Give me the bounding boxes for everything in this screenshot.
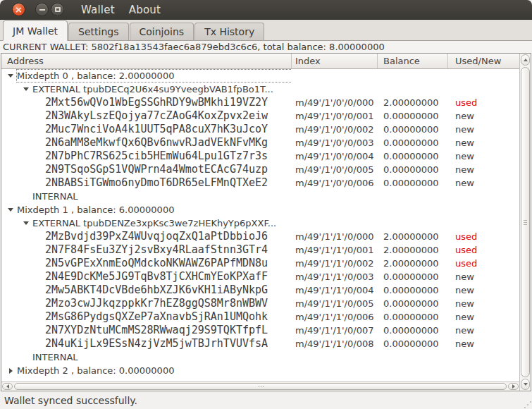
- table-row[interactable]: 2N7bPhC7RS625cib5HEmWu64Lpu1GTz7r3s m/49…: [1, 149, 519, 163]
- index-cell: [292, 69, 378, 83]
- table-row[interactable]: 2Mw5ABKT4DcVBde6hbXZJK6vKH1iAByNkpG m/49…: [1, 283, 519, 297]
- column-header-balance[interactable]: Balance: [378, 54, 448, 68]
- table-row[interactable]: 2Mxt56wQVo1WbEgSSGhRDY9wBMkhi19VZ2Y m/49…: [1, 96, 519, 109]
- address-label: 2Mxt56wQVo1WbEgSSGhRDY9wBMkhi19VZ2Y: [45, 97, 292, 109]
- status-cell: new: [448, 136, 519, 149]
- expander-icon[interactable]: [7, 367, 14, 374]
- wallet-tree: Address Index Balance Used/New Mixdepth …: [1, 53, 531, 391]
- close-button[interactable]: ×: [12, 3, 25, 16]
- index-cell: [292, 364, 378, 377]
- scroll-down-button[interactable]: [521, 379, 530, 390]
- address-cell: 2NBABSiTGWmo6nyDmoT6DR65eLFMnQTXeE2: [1, 176, 292, 190]
- address-cell: 2MsG86PydgsQXZeP7aXnavbSjRAn1UMQohk: [1, 310, 292, 324]
- index-cell: m/49'/1'/1'/0/003: [292, 270, 378, 283]
- address-cell: 2MzBvdjd39PxZ4WUvqjoqZxQ1aPtDbbioJ6: [1, 230, 292, 243]
- address-label: Mixdepth 0 , balance: 2.00000000: [17, 70, 292, 82]
- expander-icon: [35, 99, 42, 106]
- address-cell: 2N4E9DcKMe5JG9TqBv8TjCXHCmYEoKPXafF: [1, 270, 292, 283]
- table-row[interactable]: EXTERNAL tpubDENZe3xpKsc3we7zHEKhyYp6pXX…: [1, 216, 519, 230]
- tab-settings[interactable]: Settings: [68, 23, 128, 40]
- tab-jm-wallet[interactable]: JM Wallet: [3, 20, 68, 41]
- table-row[interactable]: Mixdepth 0 , balance: 2.00000000: [1, 69, 519, 83]
- table-row[interactable]: 2N4E9DcKMe5JG9TqBv8TjCXHCmYEoKPXafF m/49…: [1, 270, 519, 283]
- address-label: Mixdepth 1 , balance: 6.00000000: [17, 204, 292, 216]
- balance-cell: [378, 83, 448, 96]
- address-label: 2N9TSqoSGpS1VQWPrn4a4WmotECAcG74uzp: [45, 164, 292, 176]
- expander-icon: [35, 314, 42, 321]
- column-header-used-new[interactable]: Used/New: [448, 54, 519, 68]
- expander-icon: [35, 300, 42, 307]
- table-row[interactable]: INTERNAL: [1, 190, 519, 203]
- address-label: 2Muc7WnciVoA4k1UUT5qPA8cuX7hK3uJcoY: [45, 123, 292, 135]
- table-row[interactable]: EXTERNAL tpubDECq2U6x4su9YveegbVAB1fpBo1…: [1, 83, 519, 96]
- address-label: 2Mw5ABKT4DcVBde6hbXZJK6vKH1iAByNkpG: [45, 284, 292, 296]
- status-cell: new: [448, 297, 519, 310]
- horizontal-scrollbar-thumb[interactable]: [14, 383, 507, 390]
- status-cell: new: [448, 270, 519, 283]
- expander-icon[interactable]: [23, 220, 30, 227]
- table-row[interactable]: 2N4uKijLx9ESsN4zjVzM5jwTBJrhTVUVfsA m/49…: [1, 337, 519, 350]
- status-cell: [448, 69, 519, 83]
- scrollbar-grip-icon: [524, 222, 527, 223]
- menu-about[interactable]: About: [122, 0, 168, 20]
- tab-tx-history[interactable]: Tx History: [194, 23, 264, 40]
- status-cell: new: [448, 337, 519, 350]
- expander-icon: [35, 260, 42, 267]
- expander-icon: [35, 166, 42, 173]
- expander-icon: [35, 233, 42, 240]
- vertical-scrollbar[interactable]: [519, 54, 531, 391]
- menu-wallet[interactable]: Wallet: [74, 0, 122, 20]
- tab-coinjoins[interactable]: Coinjoins: [130, 23, 194, 40]
- column-header-index[interactable]: Index: [292, 54, 378, 68]
- table-row[interactable]: 2N3WAkyLszEQojya77cZAoG4KoxZpvx2eiw m/49…: [1, 109, 519, 123]
- expander-icon[interactable]: [7, 207, 14, 214]
- table-row[interactable]: 2N6aMM8eMkwfQx6QBv6nwvRJadVEkNFvMKg m/49…: [1, 136, 519, 149]
- status-bar: Wallet synced successfully.: [0, 391, 532, 409]
- status-cell: new: [448, 310, 519, 324]
- table-row[interactable]: 2N7F84FsEu3ZYj2svBxy4RLaafStnn3GTr4 m/49…: [1, 243, 519, 257]
- minimize-button[interactable]: [35, 3, 49, 16]
- table-row[interactable]: Mixdepth 2 , balance: 0.00000000: [1, 364, 519, 377]
- address-cell: Mixdepth 1 , balance: 6.00000000: [1, 203, 292, 216]
- resize-grip[interactable]: [527, 404, 528, 405]
- address-label: 2MsG86PydgsQXZeP7aXnavbSjRAn1UMQohk: [45, 311, 292, 323]
- caret-up-icon: [524, 59, 528, 61]
- index-cell: [292, 190, 378, 203]
- balance-cell: 2.00000000: [378, 243, 448, 257]
- expander-icon[interactable]: [7, 73, 14, 80]
- table-row[interactable]: 2Muc7WnciVoA4k1UUT5qPA8cuX7hK3uJcoY m/49…: [1, 123, 519, 136]
- balance-cell: [378, 350, 448, 364]
- table-row[interactable]: 2Mzo3cwJJkqzppkKr7hEZ8ggQS8Mr8nWBWV m/49…: [1, 297, 519, 310]
- maximize-button[interactable]: [51, 3, 64, 16]
- index-cell: m/49'/1'/1'/0/002: [292, 257, 378, 270]
- table-row[interactable]: 2N5vGPExXnmEoQMdckoNKWAWZ6PAPfMDN8u m/49…: [1, 257, 519, 270]
- balance-cell: 0.00000000: [378, 109, 448, 123]
- address-label: 2N6aMM8eMkwfQx6QBv6nwvRJadVEkNFvMKg: [45, 137, 292, 149]
- balance-cell: 2.00000000: [378, 230, 448, 243]
- horizontal-scrollbar[interactable]: [1, 381, 519, 391]
- expander-icon[interactable]: [23, 86, 30, 93]
- scroll-left-button[interactable]: [2, 383, 13, 390]
- menubar: Wallet About: [74, 0, 168, 20]
- table-row[interactable]: 2N9TSqoSGpS1VQWPrn4a4WmotECAcG74uzp m/49…: [1, 163, 519, 176]
- balance-cell: [378, 216, 448, 230]
- scroll-up-button[interactable]: [521, 54, 530, 66]
- table-row[interactable]: 2N7XYDzNtuMCmMS28RWwaqj29S9TQKTfpfL m/49…: [1, 324, 519, 337]
- balance-cell: [378, 364, 448, 377]
- address-cell: Mixdepth 2 , balance: 0.00000000: [1, 364, 292, 377]
- scroll-right-button[interactable]: [508, 383, 519, 390]
- address-label: INTERNAL: [32, 190, 292, 202]
- table-row[interactable]: 2MzBvdjd39PxZ4WUvqjoqZxQ1aPtDbbioJ6 m/49…: [1, 230, 519, 243]
- index-cell: m/49'/1'/1'/0/008: [292, 337, 378, 350]
- expander-icon: [35, 247, 42, 254]
- address-cell: 2Mzo3cwJJkqzppkKr7hEZ8ggQS8Mr8nWBWV: [1, 297, 292, 310]
- table-row[interactable]: 2NBABSiTGWmo6nyDmoT6DR65eLFMnQTXeE2 m/49…: [1, 176, 519, 190]
- table-row[interactable]: Mixdepth 1 , balance: 6.00000000: [1, 203, 519, 216]
- vertical-scrollbar-thumb[interactable]: [521, 67, 530, 377]
- table-row[interactable]: INTERNAL: [1, 350, 519, 364]
- balance-cell: 0.00000000: [378, 136, 448, 149]
- table-row[interactable]: 2MsG86PydgsQXZeP7aXnavbSjRAn1UMQohk m/49…: [1, 310, 519, 324]
- address-label: EXTERNAL tpubDENZe3xpKsc3we7zHEKhyYp6pXX…: [32, 217, 292, 229]
- column-header-address[interactable]: Address: [1, 54, 292, 68]
- caret-left-icon: [6, 384, 9, 389]
